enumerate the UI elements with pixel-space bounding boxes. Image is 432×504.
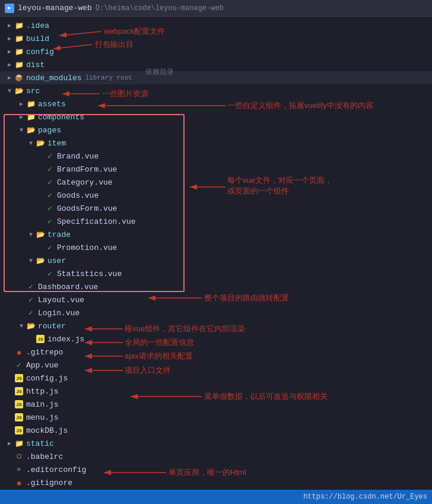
tree-item-dist[interactable]: dist <box>0 58 432 71</box>
arrow-node-modules <box>5 74 14 81</box>
tree-item-dashboard-vue[interactable]: Dashboard.vue <box>0 280 432 293</box>
tree-item-goods-vue[interactable]: Goods.vue <box>0 189 432 202</box>
vue-icon-brand <box>45 151 55 161</box>
item-label-app: App.vue <box>26 361 59 370</box>
arrow-trade <box>26 232 36 238</box>
arrow-user <box>26 258 36 264</box>
tree-item-brandform-vue[interactable]: BrandForm.vue <box>0 163 432 176</box>
tree-item-babelrc[interactable]: .babelrc <box>0 450 432 463</box>
vue-icon-layout <box>26 295 36 305</box>
babel-icon <box>14 453 24 460</box>
item-label-menu: menu.js <box>26 413 59 422</box>
item-label-promotion: Promotion.vue <box>57 243 117 252</box>
item-label-trade: trade <box>47 230 71 239</box>
tree-item-category-vue[interactable]: Category.vue <box>0 176 432 189</box>
item-label-router: router <box>38 322 66 331</box>
tree-item-item[interactable]: item <box>0 137 432 150</box>
item-label-babelrc: .babelrc <box>26 452 63 461</box>
item-label-main: main.js <box>26 400 59 409</box>
item-label-router-index: index.js <box>47 335 84 344</box>
tree-item-static[interactable]: static <box>0 437 432 450</box>
folder-icon-assets <box>26 100 36 109</box>
js-icon-http <box>14 387 24 395</box>
library-root-label: library root <box>85 74 132 81</box>
tree-item-router[interactable]: router <box>0 319 432 332</box>
folder-icon-user <box>36 256 45 265</box>
item-label-assets: assets <box>38 100 66 109</box>
item-label-editorconfig: .editorconfig <box>26 465 86 474</box>
tree-item-http-js[interactable]: http.js <box>0 385 432 398</box>
tree-item-idea[interactable]: .idea <box>0 19 432 32</box>
bottom-url: https://blog.csdn.net/Ur_Eyes <box>303 493 427 501</box>
arrow-static <box>5 440 14 447</box>
tree-item-menu-js[interactable]: menu.js <box>0 411 432 424</box>
vue-icon-promotion <box>45 243 55 252</box>
tree-item-brand-vue[interactable]: Brand.vue <box>0 150 432 163</box>
file-tree: .idea build config dist node <box>0 17 432 504</box>
item-label-goods: Goods.vue <box>57 191 99 200</box>
project-icon: ▶ <box>5 4 14 13</box>
vue-icon-statistics <box>45 269 55 278</box>
folder-icon-components <box>26 113 36 122</box>
tree-item-mockdb-js[interactable]: mockDB.js <box>0 424 432 437</box>
item-label-gitrepo: .gitrepo <box>26 348 63 357</box>
item-label-mockdb: mockDB.js <box>26 426 68 435</box>
item-label-login: Login.vue <box>38 309 80 318</box>
arrow-dist <box>5 61 14 68</box>
tree-item-app-vue[interactable]: App.vue <box>0 359 432 372</box>
tree-item-config-folder[interactable]: config <box>0 45 432 58</box>
folder-icon-router <box>26 322 36 331</box>
tree-item-gitignore[interactable]: .gitignore <box>0 476 432 489</box>
item-label-build: build <box>26 34 49 43</box>
vue-icon-goods <box>45 191 55 200</box>
item-label-gitignore: .gitignore <box>26 478 72 487</box>
tree-item-login-vue[interactable]: Login.vue <box>0 306 432 319</box>
item-label-user: user <box>47 256 66 265</box>
item-label-item: item <box>47 139 66 148</box>
bottom-bar: https://blog.csdn.net/Ur_Eyes <box>0 490 432 504</box>
tree-item-build[interactable]: build <box>0 32 432 45</box>
item-label-config: config <box>26 47 54 56</box>
tree-item-main-js[interactable]: main.js <box>0 398 432 411</box>
arrow-components <box>17 113 26 121</box>
tree-item-assets[interactable]: assets <box>0 97 432 110</box>
folder-icon-pages <box>26 126 36 135</box>
tree-item-src[interactable]: src <box>0 84 432 97</box>
item-label-config-js: config.js <box>26 374 68 383</box>
tree-item-pages[interactable]: pages <box>0 123 432 137</box>
item-label-category: Category.vue <box>57 178 113 187</box>
item-label-static: static <box>26 439 54 448</box>
arrow-pages <box>17 127 26 134</box>
item-label-goodsform: GoodsForm.vue <box>57 204 117 213</box>
tree-item-node-modules[interactable]: node_modules library root <box>0 71 432 84</box>
tree-item-statistics-vue[interactable]: Statistics.vue <box>0 267 432 280</box>
item-label-src: src <box>26 87 40 96</box>
tree-item-router-index[interactable]: index.js <box>0 332 432 345</box>
folder-icon-trade <box>36 230 45 239</box>
tree-item-editorconfig[interactable]: .editorconfig <box>0 463 432 476</box>
item-label-http: http.js <box>26 387 59 396</box>
js-icon-main <box>14 400 24 408</box>
vue-icon-brandform <box>45 164 55 174</box>
tree-item-gitrepo[interactable]: .gitrepo <box>0 345 432 359</box>
item-label-dist: dist <box>26 61 45 69</box>
arrow-src <box>5 88 14 94</box>
item-label-statistics: Statistics.vue <box>57 270 122 278</box>
ide-container: ▶ leyou-manage-web D:\heima\code\leyou-m… <box>0 0 432 504</box>
arrow-idea <box>5 22 14 29</box>
tree-item-user[interactable]: user <box>0 254 432 267</box>
tree-item-config-js[interactable]: config.js <box>0 372 432 385</box>
tree-item-components[interactable]: components <box>0 110 432 123</box>
tree-item-goodsform-vue[interactable]: GoodsForm.vue <box>0 202 432 215</box>
item-label-dashboard: Dashboard.vue <box>38 283 98 291</box>
folder-icon-config <box>14 47 24 56</box>
tree-item-trade[interactable]: trade <box>0 228 432 241</box>
library-icon <box>14 74 24 82</box>
tree-item-promotion-vue[interactable]: Promotion.vue <box>0 241 432 254</box>
tree-item-specification-vue[interactable]: Specification.vue <box>0 215 432 228</box>
git-icon-gitignore <box>14 479 24 487</box>
folder-icon-dist <box>14 61 24 69</box>
arrow-build <box>5 35 14 42</box>
editor-icon <box>14 467 24 473</box>
tree-item-layout-vue[interactable]: Layout.vue <box>0 293 432 306</box>
